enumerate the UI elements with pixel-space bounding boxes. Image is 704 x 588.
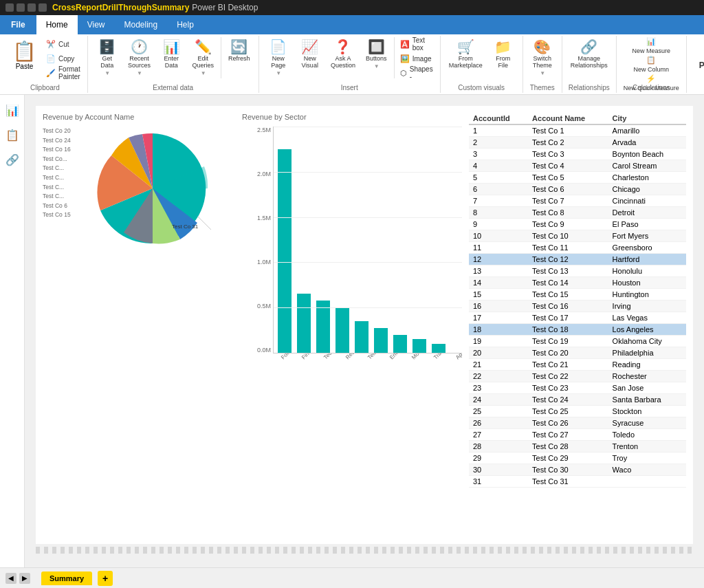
cell-city: Houston bbox=[608, 277, 686, 289]
pie-chart-title: Revenue by Account Name bbox=[43, 113, 235, 121]
cell-name: Test Co 24 bbox=[528, 394, 608, 406]
table-row[interactable]: 13 Test Co 13 Honolulu bbox=[469, 265, 686, 277]
cell-name: Test Co 4 bbox=[528, 160, 608, 172]
table-row[interactable]: 21 Test Co 21 Reading bbox=[469, 359, 686, 371]
bar-chart-visual: 2.5M 2.0M 1.5M 1.0M 0.5M 0.0M bbox=[242, 127, 462, 395]
get-data-button[interactable]: 🗄️ Get Data ▼ bbox=[92, 37, 122, 79]
refresh-button[interactable]: 🔄 Refresh bbox=[224, 37, 254, 65]
cell-name: Test Co 6 bbox=[528, 184, 608, 195]
from-file-button[interactable]: 📁 From File bbox=[488, 37, 518, 72]
cut-button[interactable]: ✂️ Cut bbox=[43, 37, 83, 51]
paste-button[interactable]: 📋 Paste bbox=[7, 37, 42, 73]
shapes-icon: ⬡ bbox=[400, 69, 407, 78]
table-row[interactable]: 9 Test Co 9 El Paso bbox=[469, 219, 686, 230]
manage-relationships-button[interactable]: 🔗 Manage Relationships bbox=[566, 37, 612, 72]
bar-telecom bbox=[355, 127, 368, 353]
table-row[interactable]: 15 Test Co 15 Huntington bbox=[469, 289, 686, 301]
buttons-button[interactable]: 🔲 Buttons ▼ bbox=[361, 37, 391, 72]
table-row[interactable]: 20 Test Co 20 Philadelphia bbox=[469, 347, 686, 359]
format-painter-button[interactable]: 🖌️ Format Painter bbox=[43, 66, 83, 80]
cell-city: Greensboro bbox=[608, 242, 686, 254]
table-row[interactable]: 12 Test Co 12 Hartford bbox=[469, 254, 686, 265]
publish-button[interactable]: 📤 Publish bbox=[691, 37, 704, 74]
col-city[interactable]: City bbox=[608, 113, 686, 124]
table-row[interactable]: 7 Test Co 7 Cincinnati bbox=[469, 195, 686, 207]
table-row[interactable]: 29 Test Co 29 Troy bbox=[469, 453, 686, 464]
cell-id: 2 bbox=[469, 137, 528, 149]
new-page-button[interactable]: 📄 New Page ▼ bbox=[263, 37, 294, 79]
table-row[interactable]: 22 Test Co 22 Rochester bbox=[469, 371, 686, 382]
tab-modeling[interactable]: Modeling bbox=[114, 15, 167, 34]
nav-arrows: ◀ ▶ bbox=[6, 573, 30, 584]
marketplace-icon: 🛒 bbox=[457, 40, 474, 54]
table-section: AccountId Account Name City 1 Test Co 1 … bbox=[469, 113, 686, 537]
table-row[interactable]: 11 Test Co 11 Greensboro bbox=[469, 242, 686, 254]
image-button[interactable]: 🖼️ Image bbox=[397, 52, 436, 65]
tab-view[interactable]: View bbox=[78, 15, 115, 34]
sidebar-report-icon[interactable]: 📊 bbox=[3, 100, 22, 120]
table-row[interactable]: 28 Test Co 28 Trenton bbox=[469, 441, 686, 453]
cell-name: Test Co 31 bbox=[528, 476, 608, 488]
summary-page-tab[interactable]: Summary bbox=[41, 571, 92, 585]
edit-queries-icon: ✏️ bbox=[195, 40, 212, 54]
cell-name: Test Co 27 bbox=[528, 429, 608, 441]
col-accountid[interactable]: AccountId bbox=[469, 113, 528, 124]
image-icon: 🖼️ bbox=[400, 54, 410, 63]
edit-queries-button[interactable]: ✏️ Edit Queries ▼ bbox=[188, 37, 218, 79]
table-row[interactable]: 1 Test Co 1 Amarillo bbox=[469, 124, 686, 137]
cell-name: Test Co 21 bbox=[528, 359, 608, 371]
table-row[interactable]: 23 Test Co 23 San Jose bbox=[469, 382, 686, 394]
table-row[interactable]: 3 Test Co 3 Boynton Beach bbox=[469, 149, 686, 160]
copy-button[interactable]: 📄 Copy bbox=[43, 52, 83, 65]
cell-id: 1 bbox=[469, 124, 528, 137]
table-row[interactable]: 18 Test Co 18 Los Angeles bbox=[469, 324, 686, 336]
clipboard-stack: ✂️ Cut 📄 Copy 🖌️ Format Painter bbox=[43, 37, 83, 80]
from-marketplace-button[interactable]: 🛒 From Marketplace bbox=[445, 37, 487, 72]
table-row[interactable]: 19 Test Co 19 Oklahoma City bbox=[469, 336, 686, 347]
prev-page-button[interactable]: ◀ bbox=[6, 573, 16, 584]
recent-sources-button[interactable]: 🕐 Recent Sources ▼ bbox=[124, 37, 155, 79]
tab-file[interactable]: File bbox=[0, 15, 36, 34]
report-page[interactable]: Revenue by Account Name Test Co 20 Test … bbox=[36, 106, 693, 544]
cell-id: 6 bbox=[469, 184, 528, 195]
sidebar-model-icon[interactable]: 🔗 bbox=[3, 150, 22, 169]
cell-id: 13 bbox=[469, 265, 528, 277]
new-visual-button[interactable]: 📈 New Visual bbox=[295, 37, 325, 72]
cell-city: Rochester bbox=[608, 371, 686, 382]
clipboard-label: Clipboard bbox=[3, 84, 87, 91]
next-page-button[interactable]: ▶ bbox=[19, 573, 30, 584]
table-row[interactable]: 14 Test Co 14 Houston bbox=[469, 277, 686, 289]
col-account-name[interactable]: Account Name bbox=[528, 113, 608, 124]
cell-name: Test Co 10 bbox=[528, 230, 608, 242]
tab-home[interactable]: Home bbox=[36, 15, 78, 34]
table-row[interactable]: 31 Test Co 31 bbox=[469, 476, 686, 488]
table-row[interactable]: 2 Test Co 2 Arvada bbox=[469, 137, 686, 149]
table-row[interactable]: 10 Test Co 10 Fort Myers bbox=[469, 230, 686, 242]
refresh-label: Refresh bbox=[228, 55, 250, 62]
table-row[interactable]: 16 Test Co 16 Irving bbox=[469, 301, 686, 312]
table-row[interactable]: 26 Test Co 26 Syracuse bbox=[469, 417, 686, 429]
cell-name: Test Co 30 bbox=[528, 464, 608, 476]
table-row[interactable]: 8 Test Co 8 Detroit bbox=[469, 207, 686, 219]
enter-data-button[interactable]: 📊 Enter Data bbox=[156, 37, 186, 72]
table-row[interactable]: 27 Test Co 27 Toledo bbox=[469, 429, 686, 441]
shapes-button[interactable]: ⬡ Shapes - bbox=[397, 66, 436, 80]
table-row[interactable]: 25 Test Co 25 Stockton bbox=[469, 406, 686, 417]
table-row[interactable]: 24 Test Co 24 Santa Barbara bbox=[469, 394, 686, 406]
add-page-button[interactable]: + bbox=[98, 571, 113, 586]
new-column-button[interactable]: 📋 New Column bbox=[621, 56, 682, 74]
table-row[interactable]: 6 Test Co 6 Chicago bbox=[469, 184, 686, 195]
tab-help[interactable]: Help bbox=[167, 15, 204, 34]
new-measure-button[interactable]: 📊 New Measure bbox=[621, 37, 682, 55]
theme-arrow: ▼ bbox=[540, 70, 545, 76]
textbox-button[interactable]: 🅰️ Text box bbox=[397, 37, 436, 51]
sidebar-data-icon[interactable]: 📋 bbox=[3, 125, 22, 144]
ask-question-button[interactable]: ❓ Ask A Question bbox=[327, 37, 360, 72]
table-row[interactable]: 5 Test Co 5 Charleston bbox=[469, 172, 686, 184]
table-row[interactable]: 4 Test Co 4 Carol Stream bbox=[469, 160, 686, 172]
relationships-label: Relationships bbox=[562, 84, 616, 91]
get-data-arrow: ▼ bbox=[104, 70, 110, 76]
table-row[interactable]: 17 Test Co 17 Las Vegas bbox=[469, 312, 686, 324]
switch-theme-button[interactable]: 🎨 Switch Theme ▼ bbox=[527, 37, 558, 79]
table-row[interactable]: 30 Test Co 30 Waco bbox=[469, 464, 686, 476]
